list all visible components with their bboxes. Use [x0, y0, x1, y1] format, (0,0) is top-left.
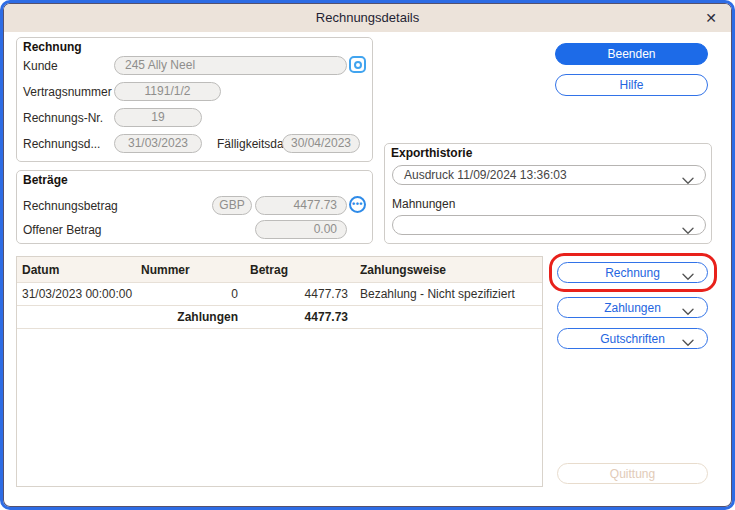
rechnungsbetrag-label: Rechnungsbetrag — [23, 199, 118, 213]
rechnungsdatum-field[interactable]: 31/03/2023 — [114, 134, 202, 153]
ellipsis-icon[interactable]: ••• — [349, 196, 366, 213]
cell-nummer: 0 — [135, 287, 244, 301]
chevron-down-icon — [682, 172, 694, 190]
rechnungsbetrag-field[interactable]: 4477.73 — [255, 196, 347, 215]
zahlungen-button-label: Zahlungen — [604, 301, 661, 315]
table-header-row: Datum Nummer Betrag Zahlungsweise — [17, 257, 542, 283]
betraege-group-title: Beträge — [23, 173, 68, 187]
column-header: Zahlungsweise — [354, 263, 542, 277]
kunde-field[interactable]: 245 Ally Neel — [114, 56, 347, 75]
chevron-down-icon — [682, 222, 694, 240]
beenden-button[interactable]: Beenden — [555, 43, 708, 65]
column-header: Betrag — [244, 263, 354, 277]
cell-betrag: 4477.73 — [244, 287, 354, 301]
exporthistorie-group-title: Exporthistorie — [391, 146, 472, 160]
faelligkeitsdatum-label: Fälligkeitsda — [217, 137, 284, 151]
currency-field[interactable]: GBP — [212, 196, 252, 215]
vertragsnummer-label: Vertragsnummer — [23, 85, 112, 99]
offener-betrag-field[interactable]: 0.00 — [255, 220, 347, 239]
rechnung-groupbox: Rechnung Kunde 245 Ally Neel Vertragsnum… — [16, 37, 373, 162]
dialog-title: Rechnungsdetails — [4, 4, 731, 32]
close-icon[interactable]: ✕ — [701, 8, 721, 28]
rechnung-button-label: Rechnung — [605, 266, 660, 280]
payments-table: Datum Nummer Betrag Zahlungsweise 31/03/… — [16, 256, 543, 487]
exporthistorie-groupbox: Exporthistorie Ausdruck 11/09/2024 13:36… — [384, 143, 712, 244]
rechnung-dropdown-button[interactable]: Rechnung — [557, 262, 708, 283]
rechnungsdatum-label: Rechnungsd... — [23, 137, 100, 151]
offener-betrag-label: Offener Betrag — [23, 223, 102, 237]
table-row[interactable]: 31/03/2023 00:00:00 0 4477.73 Bezahlung … — [17, 283, 542, 306]
cell-datum: 31/03/2023 00:00:00 — [17, 287, 135, 301]
hilfe-button[interactable]: Hilfe — [555, 74, 708, 96]
exporthistorie-selected-value: Ausdruck 11/09/2024 13:36:03 — [404, 168, 567, 182]
gutschriften-button-label: Gutschriften — [600, 332, 665, 346]
kunde-label: Kunde — [23, 59, 58, 73]
circle-glyph — [354, 61, 362, 69]
mahnungen-dropdown[interactable] — [392, 215, 706, 235]
chevron-down-icon — [682, 270, 694, 284]
betraege-groupbox: Beträge Rechnungsbetrag GBP 4477.73 ••• … — [16, 170, 373, 244]
titlebar: Rechnungsdetails ✕ — [4, 4, 731, 32]
exporthistorie-dropdown[interactable]: Ausdruck 11/09/2024 13:36:03 — [392, 165, 706, 185]
column-header: Nummer — [135, 263, 244, 277]
table-summary-row: Zahlungen 4477.73 — [17, 306, 542, 329]
cell-zahlungsweise: Bezahlung - Nicht spezifiziert — [354, 287, 542, 301]
kunde-lookup-icon[interactable] — [349, 56, 366, 73]
summary-label: Zahlungen — [135, 310, 244, 324]
rechnung-group-title: Rechnung — [23, 40, 82, 54]
column-header: Datum — [17, 263, 135, 277]
rechnungsnr-label: Rechnungs-Nr. — [23, 111, 103, 125]
zahlungen-dropdown-button[interactable]: Zahlungen — [557, 297, 708, 318]
vertragsnummer-field[interactable]: 1191/1/2 — [114, 82, 221, 101]
gutschriften-dropdown-button[interactable]: Gutschriften — [557, 328, 708, 349]
mahnungen-label: Mahnungen — [392, 197, 455, 211]
quittung-button[interactable]: Quittung — [557, 463, 708, 484]
chevron-down-icon — [682, 336, 694, 350]
summary-value: 4477.73 — [244, 310, 354, 324]
faelligkeitsdatum-field[interactable]: 30/04/2023 — [282, 134, 360, 153]
invoice-details-dialog: Rechnungsdetails ✕ Rechnung Kunde 245 Al… — [0, 0, 735, 510]
chevron-down-icon — [682, 305, 694, 319]
rechnungsnr-field[interactable]: 19 — [114, 108, 202, 127]
